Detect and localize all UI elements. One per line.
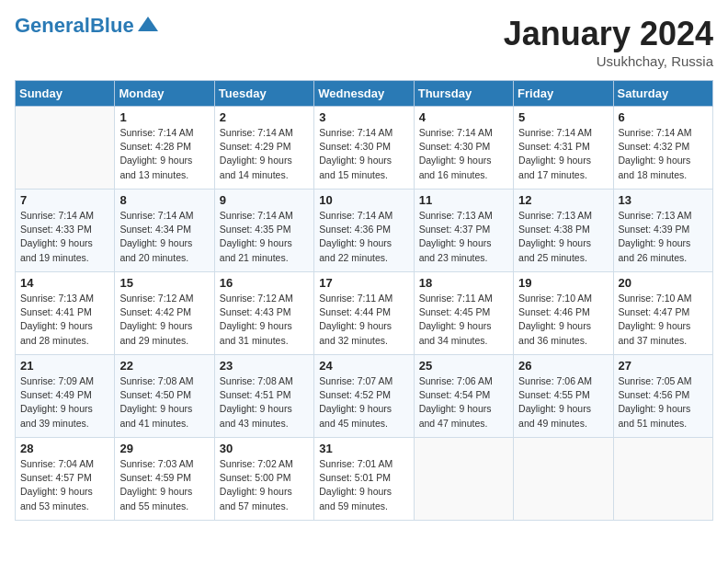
cell-details: Sunrise: 7:14 AMSunset: 4:33 PMDaylight:… bbox=[20, 209, 109, 265]
day-number: 14 bbox=[20, 276, 109, 290]
cell-details: Sunrise: 7:10 AMSunset: 4:47 PMDaylight:… bbox=[619, 292, 708, 348]
cell-details: Sunrise: 7:11 AMSunset: 4:45 PMDaylight:… bbox=[419, 292, 508, 348]
calendar-table: SundayMondayTuesdayWednesdayThursdayFrid… bbox=[15, 80, 713, 521]
calendar-body: 1Sunrise: 7:14 AMSunset: 4:28 PMDaylight… bbox=[16, 107, 713, 521]
day-number: 9 bbox=[220, 193, 309, 207]
day-number: 12 bbox=[518, 193, 608, 207]
day-number: 17 bbox=[319, 276, 408, 290]
calendar-cell: 1Sunrise: 7:14 AMSunset: 4:28 PMDaylight… bbox=[115, 107, 214, 190]
calendar-cell bbox=[514, 438, 613, 521]
calendar-cell: 13Sunrise: 7:13 AMSunset: 4:39 PMDayligh… bbox=[613, 190, 712, 272]
cell-details: Sunrise: 7:14 AMSunset: 4:31 PMDaylight:… bbox=[518, 126, 608, 182]
week-row-4: 21Sunrise: 7:09 AMSunset: 4:49 PMDayligh… bbox=[16, 355, 713, 438]
calendar-cell: 28Sunrise: 7:04 AMSunset: 4:57 PMDayligh… bbox=[16, 438, 115, 521]
cell-details: Sunrise: 7:13 AMSunset: 4:39 PMDaylight:… bbox=[619, 209, 708, 265]
week-row-1: 1Sunrise: 7:14 AMSunset: 4:28 PMDaylight… bbox=[16, 107, 713, 190]
cell-details: Sunrise: 7:12 AMSunset: 4:43 PMDaylight:… bbox=[220, 292, 309, 348]
calendar-cell: 10Sunrise: 7:14 AMSunset: 4:36 PMDayligh… bbox=[314, 190, 414, 272]
cell-details: Sunrise: 7:04 AMSunset: 4:57 PMDaylight:… bbox=[20, 457, 109, 513]
calendar-cell: 8Sunrise: 7:14 AMSunset: 4:34 PMDaylight… bbox=[115, 190, 214, 272]
calendar-cell: 27Sunrise: 7:05 AMSunset: 4:56 PMDayligh… bbox=[613, 355, 712, 438]
day-number: 6 bbox=[619, 110, 708, 124]
day-number: 10 bbox=[319, 193, 408, 207]
weekday-saturday: Saturday bbox=[613, 81, 712, 107]
day-number: 11 bbox=[419, 193, 508, 207]
cell-details: Sunrise: 7:08 AMSunset: 4:50 PMDaylight:… bbox=[119, 374, 209, 431]
calendar-cell: 22Sunrise: 7:08 AMSunset: 4:50 PMDayligh… bbox=[115, 355, 214, 438]
day-number: 26 bbox=[518, 359, 608, 373]
day-number: 22 bbox=[119, 359, 209, 373]
weekday-header-row: SundayMondayTuesdayWednesdayThursdayFrid… bbox=[16, 81, 713, 107]
location: Usukhchay, Russia bbox=[504, 53, 713, 69]
cell-details: Sunrise: 7:14 AMSunset: 4:36 PMDaylight:… bbox=[319, 209, 408, 265]
weekday-thursday: Thursday bbox=[414, 81, 513, 107]
week-row-3: 14Sunrise: 7:13 AMSunset: 4:41 PMDayligh… bbox=[16, 272, 713, 355]
calendar-cell: 17Sunrise: 7:11 AMSunset: 4:44 PMDayligh… bbox=[314, 272, 414, 355]
cell-details: Sunrise: 7:03 AMSunset: 4:59 PMDaylight:… bbox=[119, 457, 209, 513]
day-number: 30 bbox=[220, 442, 309, 455]
cell-details: Sunrise: 7:14 AMSunset: 4:30 PMDaylight:… bbox=[419, 126, 508, 182]
calendar-cell bbox=[414, 438, 513, 521]
weekday-sunday: Sunday bbox=[16, 81, 115, 107]
day-number: 5 bbox=[518, 110, 608, 124]
cell-details: Sunrise: 7:02 AMSunset: 5:00 PMDaylight:… bbox=[220, 457, 309, 513]
day-number: 16 bbox=[220, 276, 309, 290]
cell-details: Sunrise: 7:14 AMSunset: 4:29 PMDaylight:… bbox=[220, 126, 309, 182]
calendar-cell: 7Sunrise: 7:14 AMSunset: 4:33 PMDaylight… bbox=[16, 190, 115, 272]
day-number: 4 bbox=[419, 110, 508, 124]
calendar-cell: 25Sunrise: 7:06 AMSunset: 4:54 PMDayligh… bbox=[414, 355, 513, 438]
calendar-cell: 4Sunrise: 7:14 AMSunset: 4:30 PMDaylight… bbox=[414, 107, 513, 190]
day-number: 8 bbox=[119, 193, 209, 207]
cell-details: Sunrise: 7:07 AMSunset: 4:52 PMDaylight:… bbox=[319, 374, 408, 431]
cell-details: Sunrise: 7:11 AMSunset: 4:44 PMDaylight:… bbox=[319, 292, 408, 348]
cell-details: Sunrise: 7:01 AMSunset: 5:01 PMDaylight:… bbox=[319, 457, 408, 513]
cell-details: Sunrise: 7:14 AMSunset: 4:34 PMDaylight:… bbox=[119, 209, 209, 265]
calendar-cell: 31Sunrise: 7:01 AMSunset: 5:01 PMDayligh… bbox=[314, 438, 414, 521]
calendar-cell: 16Sunrise: 7:12 AMSunset: 4:43 PMDayligh… bbox=[214, 272, 313, 355]
cell-details: Sunrise: 7:08 AMSunset: 4:51 PMDaylight:… bbox=[220, 374, 309, 431]
calendar-cell bbox=[613, 438, 712, 521]
logo-text: GeneralBlue bbox=[15, 15, 134, 37]
month-title: January 2024 bbox=[504, 15, 713, 53]
day-number: 23 bbox=[220, 359, 309, 373]
day-number: 27 bbox=[619, 359, 708, 373]
cell-details: Sunrise: 7:14 AMSunset: 4:35 PMDaylight:… bbox=[220, 209, 309, 265]
weekday-monday: Monday bbox=[115, 81, 214, 107]
cell-details: Sunrise: 7:14 AMSunset: 4:28 PMDaylight:… bbox=[119, 126, 209, 182]
calendar-cell: 5Sunrise: 7:14 AMSunset: 4:31 PMDaylight… bbox=[514, 107, 613, 190]
calendar-cell: 29Sunrise: 7:03 AMSunset: 4:59 PMDayligh… bbox=[115, 438, 214, 521]
cell-details: Sunrise: 7:14 AMSunset: 4:30 PMDaylight:… bbox=[319, 126, 408, 182]
calendar-cell: 24Sunrise: 7:07 AMSunset: 4:52 PMDayligh… bbox=[314, 355, 414, 438]
day-number: 29 bbox=[119, 442, 209, 455]
day-number: 1 bbox=[119, 110, 209, 124]
day-number: 13 bbox=[619, 193, 708, 207]
calendar-cell: 19Sunrise: 7:10 AMSunset: 4:46 PMDayligh… bbox=[514, 272, 613, 355]
day-number: 20 bbox=[619, 276, 708, 290]
logo: GeneralBlue bbox=[15, 15, 158, 37]
cell-details: Sunrise: 7:13 AMSunset: 4:41 PMDaylight:… bbox=[20, 292, 109, 348]
calendar-cell: 15Sunrise: 7:12 AMSunset: 4:42 PMDayligh… bbox=[115, 272, 214, 355]
calendar-cell: 2Sunrise: 7:14 AMSunset: 4:29 PMDaylight… bbox=[214, 107, 313, 190]
weekday-tuesday: Tuesday bbox=[214, 81, 313, 107]
day-number: 31 bbox=[319, 442, 408, 455]
day-number: 3 bbox=[319, 110, 408, 124]
calendar-cell: 20Sunrise: 7:10 AMSunset: 4:47 PMDayligh… bbox=[613, 272, 712, 355]
calendar-cell: 14Sunrise: 7:13 AMSunset: 4:41 PMDayligh… bbox=[16, 272, 115, 355]
calendar-cell: 23Sunrise: 7:08 AMSunset: 4:51 PMDayligh… bbox=[214, 355, 313, 438]
calendar-cell bbox=[16, 107, 115, 190]
title-block: January 2024 Usukhchay, Russia bbox=[504, 15, 713, 69]
cell-details: Sunrise: 7:14 AMSunset: 4:32 PMDaylight:… bbox=[619, 126, 708, 182]
day-number: 2 bbox=[220, 110, 309, 124]
calendar-cell: 30Sunrise: 7:02 AMSunset: 5:00 PMDayligh… bbox=[214, 438, 313, 521]
week-row-2: 7Sunrise: 7:14 AMSunset: 4:33 PMDaylight… bbox=[16, 190, 713, 272]
calendar-cell: 12Sunrise: 7:13 AMSunset: 4:38 PMDayligh… bbox=[514, 190, 613, 272]
svg-marker-0 bbox=[138, 17, 158, 31]
calendar-cell: 3Sunrise: 7:14 AMSunset: 4:30 PMDaylight… bbox=[314, 107, 414, 190]
calendar-cell: 6Sunrise: 7:14 AMSunset: 4:32 PMDaylight… bbox=[613, 107, 712, 190]
weekday-wednesday: Wednesday bbox=[314, 81, 414, 107]
cell-details: Sunrise: 7:06 AMSunset: 4:54 PMDaylight:… bbox=[419, 374, 508, 431]
cell-details: Sunrise: 7:09 AMSunset: 4:49 PMDaylight:… bbox=[20, 374, 109, 431]
calendar-cell: 21Sunrise: 7:09 AMSunset: 4:49 PMDayligh… bbox=[16, 355, 115, 438]
cell-details: Sunrise: 7:13 AMSunset: 4:38 PMDaylight:… bbox=[518, 209, 608, 265]
cell-details: Sunrise: 7:06 AMSunset: 4:55 PMDaylight:… bbox=[518, 374, 608, 431]
